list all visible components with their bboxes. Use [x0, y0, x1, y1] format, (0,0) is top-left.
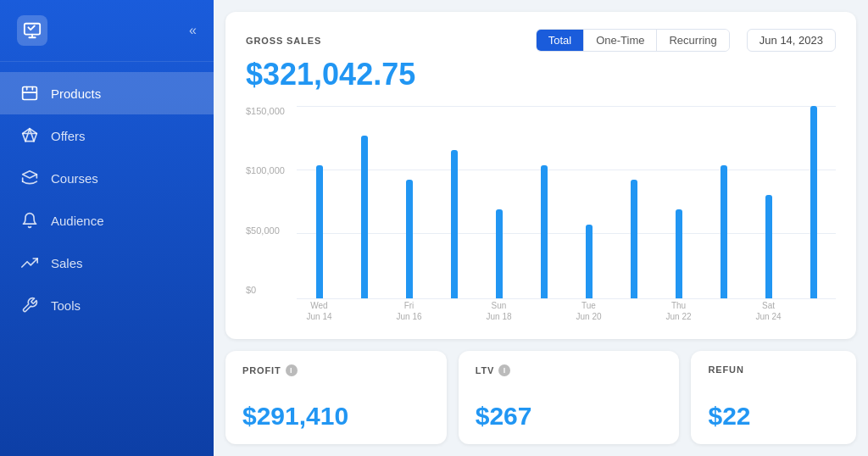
sidebar-item-audience[interactable]: Audience — [0, 199, 214, 242]
filter-tab-onetime[interactable]: One-Time — [584, 30, 657, 51]
x-label-4: SunJun 18 — [476, 300, 521, 322]
tag-icon — [20, 84, 39, 103]
bar-5 — [541, 165, 548, 298]
bar-0 — [316, 165, 323, 298]
bar-7 — [631, 180, 637, 298]
bar-11 — [810, 106, 817, 298]
profit-info-icon[interactable]: i — [286, 364, 298, 376]
gross-sales-amount: $321,042.75 — [246, 57, 836, 92]
sidebar-header: « — [0, 0, 214, 62]
sidebar-item-courses[interactable]: Courses — [0, 157, 214, 199]
y-label-150k: $150,000 — [246, 106, 285, 116]
stats-row: PROFIT i $291,410 LTV i $267 REFUN $22 — [225, 351, 856, 444]
bar-10 — [765, 195, 772, 298]
chart-y-labels: $150,000 $100,000 $50,000 $0 — [246, 106, 285, 298]
x-label-6: TueJun 20 — [566, 300, 611, 322]
chart-x-labels: WedJun 14FriJun 16SunJun 18TueJun 20ThuJ… — [297, 298, 836, 322]
sidebar-item-audience-label: Audience — [51, 214, 104, 228]
audience-icon — [20, 211, 39, 230]
filter-tab-total[interactable]: Total — [537, 30, 584, 51]
sidebar-item-tools[interactable]: Tools — [0, 284, 214, 326]
bar-6 — [586, 225, 593, 298]
sidebar-collapse-button[interactable]: « — [189, 23, 197, 38]
filter-tabs: Total One-Time Recurring — [536, 29, 730, 52]
sidebar-item-offers-label: Offers — [51, 129, 86, 143]
chart-bars — [297, 106, 836, 298]
gross-sales-header: GROSS SALES Total One-Time Recurring Jun… — [246, 29, 836, 52]
bar-9 — [721, 165, 727, 298]
sidebar-item-tools-label: Tools — [51, 298, 81, 313]
ltv-label: LTV i — [476, 364, 663, 376]
sidebar-item-sales[interactable]: Sales — [0, 242, 214, 284]
sidebar: « Products Offers — [0, 0, 214, 456]
bar-group-7 — [611, 106, 656, 298]
bar-group-2 — [387, 106, 431, 298]
sidebar-item-offers[interactable]: Offers — [0, 114, 214, 157]
sidebar-item-products[interactable]: Products — [0, 72, 214, 114]
bar-group-10 — [746, 106, 791, 298]
mortarboard-icon — [20, 169, 39, 187]
bar-group-8 — [656, 106, 701, 298]
bar-group-9 — [701, 106, 746, 298]
wrench-icon — [20, 296, 39, 314]
x-label-2: FriJun 16 — [387, 300, 431, 322]
profit-label: PROFIT i — [242, 364, 430, 376]
gross-sales-card: GROSS SALES Total One-Time Recurring Jun… — [225, 12, 856, 339]
stat-card-ltv: LTV i $267 — [459, 351, 680, 444]
profit-value: $291,410 — [242, 402, 430, 431]
bar-group-6 — [566, 106, 611, 298]
main-content: GROSS SALES Total One-Time Recurring Jun… — [214, 0, 868, 456]
chart-inner — [297, 106, 836, 298]
refund-value: $22 — [708, 402, 839, 431]
stat-card-profit: PROFIT i $291,410 — [225, 351, 447, 444]
chart-area: $150,000 $100,000 $50,000 $0 — [246, 106, 836, 322]
bar-8 — [676, 209, 682, 298]
ltv-info-icon[interactable]: i — [498, 364, 510, 376]
refund-label: REFUN — [708, 364, 839, 375]
date-badge[interactable]: Jun 14, 2023 — [747, 29, 836, 52]
y-label-0: $0 — [246, 285, 285, 295]
bar-group-1 — [342, 106, 387, 298]
x-label-10: SatJun 24 — [746, 300, 791, 322]
filter-tab-recurring[interactable]: Recurring — [657, 30, 728, 51]
sidebar-item-sales-label: Sales — [51, 256, 83, 270]
sidebar-item-products-label: Products — [51, 86, 101, 101]
bar-2 — [406, 180, 413, 298]
trending-up-icon — [20, 253, 39, 272]
diamond-icon — [20, 126, 39, 145]
sidebar-nav: Products Offers Courses — [0, 62, 214, 456]
bar-1 — [361, 136, 368, 298]
bar-group-5 — [521, 106, 566, 298]
app-logo — [17, 15, 47, 46]
x-label-0: WedJun 14 — [297, 300, 342, 322]
gross-sales-title: GROSS SALES — [246, 36, 321, 46]
bar-group-3 — [431, 106, 476, 298]
sidebar-item-courses-label: Courses — [51, 171, 98, 186]
y-label-100k: $100,000 — [246, 165, 285, 175]
bar-4 — [496, 209, 503, 298]
bar-group-0 — [297, 106, 342, 298]
ltv-value: $267 — [476, 402, 663, 431]
bar-group-11 — [791, 106, 836, 298]
bar-group-4 — [476, 106, 521, 298]
bar-3 — [451, 150, 458, 298]
y-label-50k: $50,000 — [246, 225, 285, 236]
x-label-8: ThuJun 22 — [656, 300, 701, 322]
stat-card-refund: REFUN $22 — [691, 351, 856, 444]
